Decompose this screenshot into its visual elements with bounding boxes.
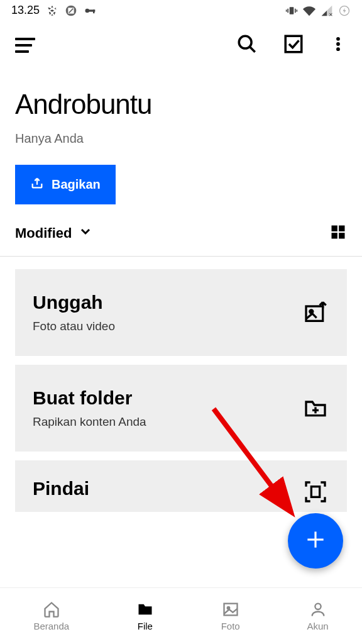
page-subtitle: Hanya Anda (15, 131, 347, 146)
svg-line-14 (250, 47, 255, 52)
fab-add-button[interactable] (288, 513, 343, 569)
svg-rect-5 (93, 9, 95, 13)
battery-icon (338, 4, 351, 17)
scan-icon (302, 478, 329, 506)
action-title: Buat folder (33, 387, 146, 409)
svg-rect-23 (306, 306, 323, 321)
nav-file[interactable]: File (136, 601, 154, 631)
wifi-icon (303, 4, 315, 17)
app-icon-2 (65, 4, 77, 17)
add-folder-icon (302, 394, 329, 422)
nav-label: Akun (307, 621, 328, 631)
folder-icon (136, 601, 154, 618)
nav-account[interactable]: Akun (307, 601, 328, 631)
plus-icon (304, 528, 327, 554)
vibrate-icon (285, 4, 298, 17)
svg-point-16 (336, 37, 340, 41)
action-create-folder[interactable]: Buat folder Rapikan konten Anda (15, 365, 347, 452)
app-toolbar (0, 21, 362, 70)
svg-rect-15 (285, 36, 302, 52)
photo-icon (222, 601, 239, 618)
svg-point-3 (85, 8, 90, 13)
select-button[interactable] (283, 33, 304, 57)
share-button[interactable]: Bagikan (15, 165, 116, 204)
signal-icon: ✕ (321, 4, 333, 17)
action-subtitle: Foto atau video (33, 319, 115, 333)
svg-rect-20 (339, 226, 344, 231)
nav-label: Beranda (33, 621, 69, 631)
status-bar: 13.25 ✕ (0, 0, 362, 21)
share-label: Bagikan (52, 177, 101, 192)
page-title: Androbuntu (15, 89, 347, 120)
svg-rect-19 (332, 226, 337, 231)
search-button[interactable] (236, 33, 258, 57)
nav-photo[interactable]: Foto (221, 601, 240, 631)
action-scan[interactable]: Pindai (15, 460, 347, 512)
upload-image-icon (302, 299, 329, 326)
svg-point-17 (336, 42, 340, 46)
svg-text:✕: ✕ (329, 11, 333, 17)
home-icon (43, 601, 60, 618)
action-subtitle: Rapikan konten Anda (33, 415, 146, 429)
view-grid-button[interactable] (329, 223, 347, 243)
share-icon (30, 176, 44, 193)
svg-rect-21 (332, 233, 337, 238)
svg-rect-6 (290, 7, 294, 14)
status-time: 13.25 (11, 4, 40, 17)
svg-point-13 (239, 36, 251, 48)
sort-dropdown[interactable]: Modified (15, 224, 93, 243)
action-title: Pindai (33, 478, 89, 499)
action-title: Unggah (33, 292, 115, 313)
svg-point-34 (315, 604, 321, 609)
action-upload[interactable]: Unggah Foto atau video (15, 269, 347, 356)
bottom-navigation: Beranda File Foto Akun (0, 587, 362, 644)
nav-label: File (138, 621, 153, 631)
svg-point-18 (336, 47, 340, 51)
sort-label: Modified (15, 225, 72, 242)
svg-rect-27 (311, 487, 319, 497)
nav-label: Foto (221, 621, 240, 631)
account-icon (309, 601, 327, 618)
vpn-key-icon (84, 4, 96, 17)
more-button[interactable] (329, 33, 347, 57)
nav-home[interactable]: Beranda (33, 601, 69, 631)
menu-button[interactable] (15, 38, 35, 53)
app-icon-1 (46, 4, 58, 17)
chevron-down-icon (78, 224, 93, 243)
svg-rect-22 (339, 233, 344, 238)
